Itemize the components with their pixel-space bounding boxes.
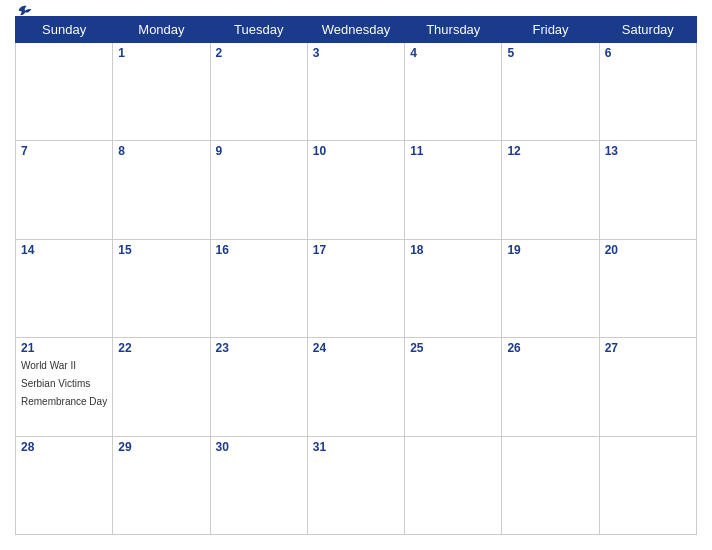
calendar-cell: 22 [113,338,210,436]
day-number: 12 [507,144,593,158]
day-number: 27 [605,341,691,355]
calendar-cell: 28 [16,436,113,534]
calendar-cell: 29 [113,436,210,534]
weekday-header-wednesday: Wednesday [307,17,404,43]
calendar-cell: 15 [113,239,210,337]
calendar-cell [405,436,502,534]
day-number: 11 [410,144,496,158]
logo [15,3,33,17]
calendar-cell: 4 [405,43,502,141]
calendar-week-row: 123456 [16,43,697,141]
day-number: 26 [507,341,593,355]
weekday-header-saturday: Saturday [599,17,696,43]
day-number: 20 [605,243,691,257]
day-number: 22 [118,341,204,355]
day-number: 2 [216,46,302,60]
calendar-cell [502,436,599,534]
calendar-cell: 27 [599,338,696,436]
calendar-cell: 5 [502,43,599,141]
calendar-cell: 21World War II Serbian Victims Remembran… [16,338,113,436]
day-number: 21 [21,341,107,355]
weekday-header-row: SundayMondayTuesdayWednesdayThursdayFrid… [16,17,697,43]
day-number: 29 [118,440,204,454]
day-number: 7 [21,144,107,158]
calendar-cell: 13 [599,141,696,239]
calendar-cell: 7 [16,141,113,239]
day-number: 13 [605,144,691,158]
calendar-cell: 9 [210,141,307,239]
calendar-cell: 20 [599,239,696,337]
calendar-cell: 3 [307,43,404,141]
calendar-week-row: 14151617181920 [16,239,697,337]
day-number: 31 [313,440,399,454]
day-number: 3 [313,46,399,60]
day-number: 18 [410,243,496,257]
calendar-week-row: 78910111213 [16,141,697,239]
holiday-text: World War II Serbian Victims Remembrance… [21,360,107,407]
day-number: 30 [216,440,302,454]
day-number: 4 [410,46,496,60]
calendar-cell: 11 [405,141,502,239]
calendar-cell: 6 [599,43,696,141]
day-number: 15 [118,243,204,257]
calendar-table: SundayMondayTuesdayWednesdayThursdayFrid… [15,16,697,535]
day-number: 10 [313,144,399,158]
calendar-cell: 24 [307,338,404,436]
day-number: 8 [118,144,204,158]
day-number: 1 [118,46,204,60]
day-number: 17 [313,243,399,257]
calendar-cell: 17 [307,239,404,337]
day-number: 23 [216,341,302,355]
day-number: 6 [605,46,691,60]
day-number: 25 [410,341,496,355]
logo-bird-icon [17,3,33,17]
weekday-header-thursday: Thursday [405,17,502,43]
calendar-cell: 14 [16,239,113,337]
day-number: 9 [216,144,302,158]
day-number: 14 [21,243,107,257]
calendar-cell: 30 [210,436,307,534]
calendar-cell: 1 [113,43,210,141]
weekday-header-friday: Friday [502,17,599,43]
weekday-header-sunday: Sunday [16,17,113,43]
calendar-cell [16,43,113,141]
calendar-cell: 12 [502,141,599,239]
calendar-cell: 18 [405,239,502,337]
day-number: 28 [21,440,107,454]
calendar-cell: 16 [210,239,307,337]
calendar-cell: 2 [210,43,307,141]
calendar-cell: 10 [307,141,404,239]
day-number: 16 [216,243,302,257]
day-number: 19 [507,243,593,257]
day-number: 24 [313,341,399,355]
calendar-cell: 19 [502,239,599,337]
calendar-cell: 23 [210,338,307,436]
calendar-cell: 25 [405,338,502,436]
calendar-cell: 26 [502,338,599,436]
calendar-week-row: 28293031 [16,436,697,534]
calendar-cell: 8 [113,141,210,239]
calendar-week-row: 21World War II Serbian Victims Remembran… [16,338,697,436]
calendar-cell [599,436,696,534]
calendar-cell: 31 [307,436,404,534]
day-number: 5 [507,46,593,60]
weekday-header-tuesday: Tuesday [210,17,307,43]
weekday-header-monday: Monday [113,17,210,43]
